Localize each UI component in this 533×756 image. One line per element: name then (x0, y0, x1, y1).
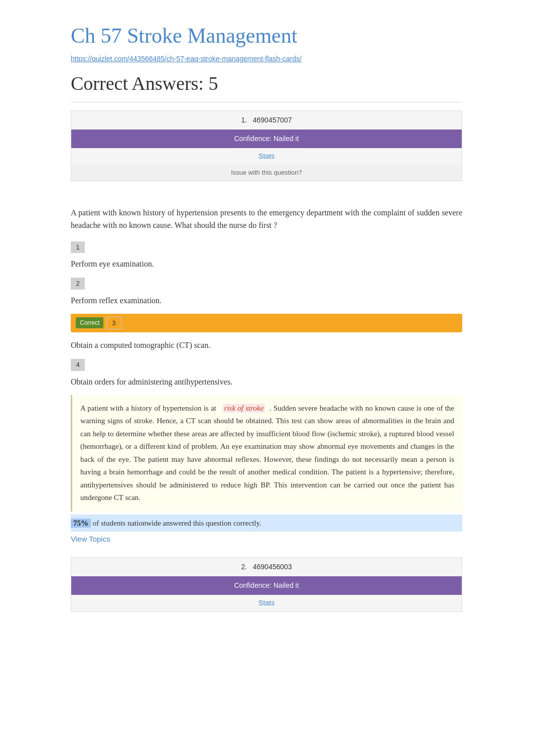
answer-text-1: Perform eye examination. (71, 255, 462, 273)
card-1-confidence[interactable]: Confidence: Nailed it (71, 130, 462, 148)
answer-option-3-correct: Correct 3 Obtain a computed tomographic … (71, 314, 462, 355)
card-1: 1. 4690457007 Confidence: Nailed it Stat… (71, 110, 462, 181)
page-title: Ch 57 Stroke Management (71, 20, 462, 52)
answer-text-3: Obtain a computed tomographic (CT) scan. (71, 336, 462, 354)
card-2: 2. 4690456003 Confidence: Nailed it Stat… (71, 557, 462, 612)
card-1-issue-link[interactable]: Issue with this question? (71, 165, 462, 181)
correct-badge: Correct (76, 317, 103, 328)
answer-option-2: 2 Perform reflex examination. (71, 277, 462, 310)
correct-highlight: Correct 3 (71, 314, 462, 333)
card-2-confidence[interactable]: Confidence: Nailed it (71, 576, 462, 595)
card-1-header: 1. 4690457007 (71, 111, 462, 130)
view-topics-link-1[interactable]: View Topics (71, 532, 462, 547)
card-2-id: 4690456003 (253, 563, 292, 571)
correct-number-badge: 3 (106, 317, 121, 330)
explanation-box-1: A patient with a history of hypertension… (71, 395, 462, 512)
answer-option-4: 4 Obtain orders for administering antihy… (71, 358, 462, 391)
card-1-number: 1. (241, 116, 247, 124)
card-2-number: 2. (241, 563, 247, 571)
card-2-header: 2. 4690456003 (71, 558, 462, 576)
correct-answers-heading: Correct Answers: 5 (71, 69, 462, 102)
answer-text-2: Perform reflex examination. (71, 292, 462, 310)
stats-line-1: 75% of students nationwide answered this… (71, 515, 462, 532)
page-wrapper: Ch 57 Stroke Management https://quizlet.… (41, 0, 492, 657)
answer-text-4: Obtain orders for administering antihype… (71, 373, 462, 391)
card-2-stats-link[interactable]: Stats (71, 595, 462, 611)
question-1-text: A patient with known history of hyperten… (71, 196, 462, 237)
answer-option-1: 1 Perform eye examination. (71, 241, 462, 274)
card-1-stats-link[interactable]: Stats (71, 148, 462, 165)
stats-percent-1: 75% (71, 519, 91, 528)
answer-num-2: 2 (71, 278, 85, 290)
url-link[interactable]: https://quizlet.com/443566485/ch-57-eaq-… (71, 54, 462, 64)
answer-num-4: 4 (71, 359, 85, 371)
card-1-id: 4690457007 (253, 116, 292, 124)
risk-of-stroke-text: risk of stroke (223, 404, 265, 413)
stats-text-1: of students nationwide answered this que… (93, 519, 261, 527)
answer-num-1: 1 (71, 241, 85, 254)
